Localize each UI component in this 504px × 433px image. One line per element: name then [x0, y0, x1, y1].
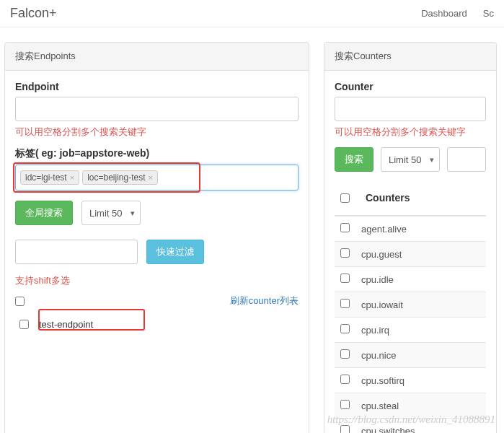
counters-panel-title: 搜索Counters	[324, 43, 496, 71]
counter-checkbox[interactable]	[340, 349, 350, 359]
limit-select-wrap: Limit 50	[81, 201, 141, 225]
app-header: Falcon+ Dashboard Sc	[0, 0, 504, 27]
top-nav: Dashboard Sc	[421, 8, 494, 19]
nav-sc[interactable]: Sc	[483, 8, 494, 19]
counter-hint: 可以用空格分割多个搜索关键字	[335, 126, 486, 139]
tag-item[interactable]: loc=beijing-test ×	[82, 170, 158, 185]
nav-dashboard[interactable]: Dashboard	[421, 8, 467, 19]
counter-name: cpu.switches	[355, 419, 486, 434]
select-all-endpoints-checkbox[interactable]	[15, 297, 25, 306]
counter-extra-input[interactable]	[447, 147, 486, 172]
counter-checkbox[interactable]	[340, 425, 350, 433]
counter-limit-select[interactable]: Limit 50	[381, 147, 440, 172]
endpoint-checkbox[interactable]	[19, 320, 29, 329]
filter-input[interactable]	[15, 240, 138, 264]
counter-row[interactable]: cpu.iowait	[335, 292, 486, 318]
counter-name: cpu.steal	[355, 393, 486, 419]
counter-label: Counter	[335, 81, 486, 92]
tag-text: idc=lgi-test	[25, 172, 67, 183]
counter-row[interactable]: cpu.softirq	[335, 368, 486, 393]
endpoint-input[interactable]	[15, 97, 299, 121]
counter-checkbox[interactable]	[340, 400, 350, 409]
counters-column-header: Counters	[360, 186, 415, 209]
counter-limit-select-wrap: Limit 50	[381, 147, 440, 172]
counters-table: agent.alivecpu.guestcpu.idlecpu.iowaitcp…	[335, 216, 486, 433]
counter-checkbox[interactable]	[340, 324, 350, 333]
global-search-button[interactable]: 全局搜索	[15, 201, 73, 225]
tag-remove-icon[interactable]: ×	[149, 173, 153, 182]
refresh-counter-link[interactable]: 刷新counter列表	[230, 294, 299, 307]
counter-name: cpu.idle	[355, 267, 486, 292]
quick-filter-button[interactable]: 快速过滤	[146, 240, 204, 264]
endpoint-name: test-endpoint	[39, 319, 93, 330]
counter-checkbox[interactable]	[340, 223, 350, 232]
counter-name: cpu.iowait	[355, 292, 486, 318]
counter-name: cpu.guest	[355, 242, 486, 267]
brand-logo[interactable]: Falcon+	[10, 6, 57, 21]
tags-input[interactable]: idc=lgi-test × loc=beijing-test ×	[15, 165, 299, 191]
endpoints-panel: 搜索Endpoints Endpoint 可以用空格分割多个搜索关键字 标签( …	[4, 42, 309, 433]
counter-name: cpu.softirq	[355, 368, 486, 393]
tag-remove-icon[interactable]: ×	[70, 173, 74, 182]
counter-row[interactable]: cpu.guest	[335, 242, 486, 267]
main-container: 搜索Endpoints Endpoint 可以用空格分割多个搜索关键字 标签( …	[0, 27, 504, 433]
counter-name: cpu.nice	[355, 343, 486, 368]
counter-input[interactable]	[335, 97, 486, 121]
counter-row[interactable]: cpu.nice	[335, 343, 486, 368]
tags-label: 标签( eg: job=appstore-web)	[15, 147, 299, 160]
counter-name: agent.alive	[355, 216, 486, 242]
counter-name: cpu.irq	[355, 318, 486, 343]
counter-row[interactable]: cpu.steal	[335, 393, 486, 419]
counter-row[interactable]: cpu.switches	[335, 419, 486, 434]
counters-panel: 搜索Counters Counter 可以用空格分割多个搜索关键字 搜索 Lim…	[324, 42, 497, 433]
endpoint-label: Endpoint	[15, 81, 299, 92]
counter-row[interactable]: agent.alive	[335, 216, 486, 242]
counter-checkbox[interactable]	[340, 299, 350, 308]
counters-header-row: Counters	[335, 182, 486, 216]
endpoints-panel-title: 搜索Endpoints	[5, 43, 309, 71]
endpoint-result-row[interactable]: test-endpoint	[15, 313, 299, 336]
endpoint-hint: 可以用空格分割多个搜索关键字	[15, 126, 299, 139]
limit-select[interactable]: Limit 50	[81, 201, 141, 225]
counter-row[interactable]: cpu.idle	[335, 267, 486, 292]
counter-checkbox[interactable]	[340, 248, 350, 258]
counter-checkbox[interactable]	[340, 274, 350, 283]
shift-hint: 支持shift多选	[15, 274, 299, 287]
counter-checkbox[interactable]	[340, 375, 350, 384]
tag-text: loc=beijing-test	[87, 172, 145, 183]
tag-item[interactable]: idc=lgi-test ×	[20, 170, 79, 185]
counter-row[interactable]: cpu.irq	[335, 318, 486, 343]
select-all-counters-checkbox[interactable]	[340, 193, 350, 203]
search-button[interactable]: 搜索	[335, 147, 373, 172]
